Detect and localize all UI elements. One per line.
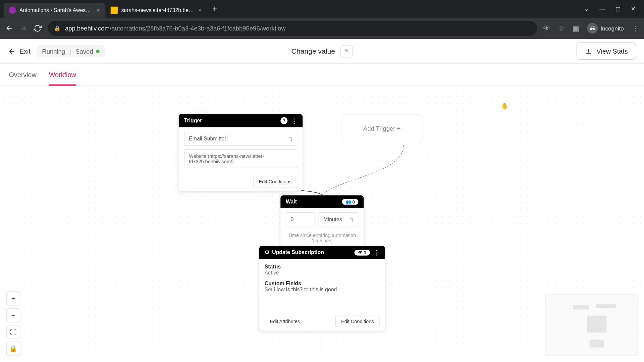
user-edit-icon: ⚙ (265, 249, 270, 255)
eye-off-icon[interactable]: 👁 (543, 24, 550, 33)
address-bar[interactable]: 🔒 app.beehiiv.com/automations/28fb3a76-b… (48, 21, 537, 36)
custom-fields-label: Custom Fields (265, 280, 380, 286)
trigger-title: Trigger (184, 118, 202, 124)
trigger-header: Trigger ? ⋮ (179, 114, 303, 127)
fit-view-button[interactable]: ⛶ (6, 325, 20, 339)
wait-count-badge: 👥 0 (342, 199, 358, 204)
wait-title: Wait (286, 198, 297, 204)
view-stats-button[interactable]: View Stats (577, 43, 636, 60)
trigger-event-value: Email Submitted (189, 136, 227, 142)
workflow-canvas[interactable]: Trigger ? ⋮ Email Submitted ⇅ Website (h… (0, 86, 644, 362)
new-tab-button[interactable]: + (207, 4, 222, 14)
chevron-updown-icon: ⇅ (350, 217, 354, 222)
incognito-icon: 🕶 (587, 23, 598, 34)
saved-dot-icon (96, 49, 100, 53)
add-trigger-button[interactable]: Add Trigger + (341, 114, 422, 143)
browser-tab-1[interactable]: Automations - Sarah's Awesome × (4, 3, 105, 18)
help-icon[interactable]: ? (280, 117, 287, 124)
edit-title-button[interactable]: ✎ (340, 45, 353, 57)
bar-chart-icon (585, 48, 592, 55)
browser-toolbar: 🔒 app.beehiiv.com/automations/28fb3a76-b… (0, 18, 644, 39)
app-tabs: Overview Workflow (0, 64, 644, 86)
status-value: Active (265, 270, 380, 276)
lock-icon: 🔒 (54, 25, 61, 31)
window-controls: ⌄ ― ▢ ✕ (584, 6, 641, 12)
wait-header: Wait 👥 0 (280, 195, 364, 208)
edit-conditions-button[interactable]: Edit Conditions (253, 176, 297, 187)
tab-favicon (111, 7, 118, 14)
back-button[interactable] (5, 24, 13, 33)
lock-canvas-button[interactable]: 🔒 (6, 342, 20, 356)
trigger-condition[interactable]: Website (https://sarahs-newsletter-fd732… (184, 149, 298, 168)
add-trigger-label: Add Trigger + (363, 125, 400, 132)
app-root: Exit Running | Saved Change value ✎ View… (0, 39, 644, 362)
browser-tab-2[interactable]: sarahs-newsletter-fd732b.beehii × (105, 3, 207, 18)
reload-button[interactable] (34, 24, 42, 33)
exit-label: Exit (19, 47, 31, 55)
forward-button[interactable] (19, 24, 28, 33)
status-saved: Saved (75, 48, 99, 55)
tab-favicon (9, 7, 16, 14)
app-header: Exit Running | Saved Change value ✎ View… (0, 39, 644, 64)
kebab-icon[interactable]: ⋮ (291, 117, 297, 124)
close-icon[interactable]: × (96, 7, 100, 14)
trigger-event-select[interactable]: Email Submitted ⇅ (184, 132, 298, 146)
view-stats-label: View Stats (597, 47, 628, 55)
edit-conditions-button[interactable]: Edit Conditions (335, 316, 380, 327)
tab-overview[interactable]: Overview (9, 64, 36, 85)
close-window-icon[interactable]: ✕ (631, 6, 635, 12)
extensions-icon[interactable]: ▣ (573, 24, 579, 33)
minimap[interactable] (545, 294, 638, 356)
tab-title: Automations - Sarah's Awesome (19, 7, 93, 13)
workflow-title: Change value (291, 47, 335, 55)
maximize-icon[interactable]: ▢ (615, 6, 621, 12)
update-header: ⚙ Update Subscription 👁 1 ⋮ (259, 246, 385, 259)
wait-value-input[interactable] (286, 212, 315, 226)
status-label: Status (265, 263, 380, 269)
zoom-out-button[interactable]: − (6, 308, 20, 322)
chevron-updown-icon: ⇅ (289, 136, 292, 141)
kebab-icon[interactable]: ⋮ (373, 249, 379, 256)
status-running: Running (42, 48, 65, 55)
chevron-down-icon[interactable]: ⌄ (584, 6, 589, 12)
minimize-icon[interactable]: ― (599, 6, 605, 12)
wait-unit-select[interactable]: Minutes ⇅ (319, 212, 359, 226)
canvas-controls: + − ⛶ 🔒 (6, 291, 20, 356)
exit-button[interactable]: Exit (8, 47, 31, 55)
wait-unit-value: Minutes (323, 216, 342, 222)
incognito-label: Incognito (600, 25, 624, 32)
menu-icon[interactable]: ⋮ (632, 24, 639, 33)
edit-attributes-button[interactable]: Edit Attributes (265, 316, 305, 327)
custom-fields-value: Set How is this? to this is good (265, 287, 380, 293)
trigger-node[interactable]: Trigger ? ⋮ Email Submitted ⇅ Website (h… (179, 114, 303, 191)
wait-hint: Time since entering automation 0 minutes (280, 231, 364, 248)
wait-node[interactable]: Wait 👥 0 Minutes ⇅ Time since entering a… (280, 195, 364, 248)
incognito-indicator[interactable]: 🕶 Incognito (587, 23, 624, 34)
zoom-in-button[interactable]: + (6, 291, 20, 305)
tab-workflow[interactable]: Workflow (49, 64, 76, 85)
update-count-badge: 👁 1 (355, 250, 370, 255)
grab-cursor-icon: ✋ (501, 103, 508, 110)
arrow-left-icon (8, 47, 16, 55)
status-pill: Running | Saved (37, 45, 104, 57)
workflow-title-group: Change value ✎ (291, 45, 353, 57)
tab-title: sarahs-newsletter-fd732b.beehii (121, 7, 195, 13)
url-host: app.beehiiv.com/automations/28fb3a76-b0a… (65, 25, 286, 32)
close-icon[interactable]: × (198, 7, 202, 14)
browser-tab-strip: Automations - Sarah's Awesome × sarahs-n… (0, 0, 644, 18)
update-subscription-node[interactable]: ⚙ Update Subscription 👁 1 ⋮ Status Activ… (259, 246, 385, 330)
star-icon[interactable]: ☆ (558, 24, 565, 33)
update-title: Update Subscription (272, 249, 324, 255)
